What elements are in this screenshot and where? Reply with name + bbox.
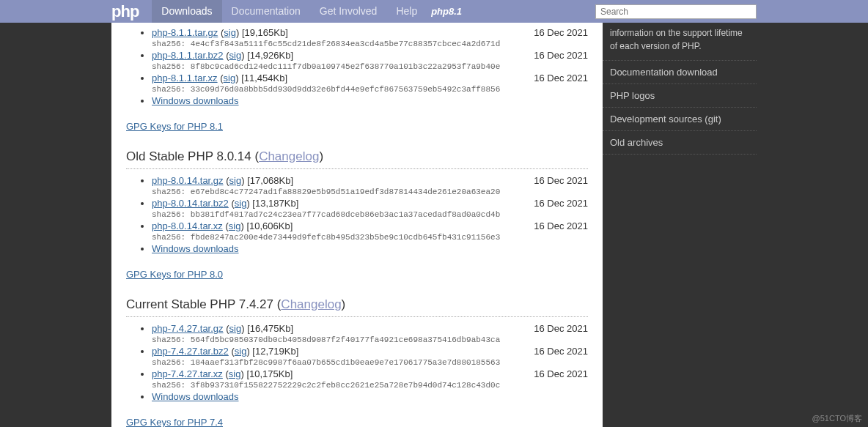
list-item: php-7.4.27.tar.bz2 (sig) [12,719Kb] 16 D…: [152, 346, 588, 367]
download-link[interactable]: php-7.4.27.tar.xz: [152, 368, 223, 379]
file-date: 16 Dec 2021: [534, 50, 588, 61]
list-item: php-8.0.14.tar.bz2 (sig) [13,187Kb] 16 D…: [152, 198, 588, 219]
download-link[interactable]: php-8.1.1.tar.bz2: [152, 50, 224, 61]
file-list-74: php-7.4.27.tar.gz (sig) [16,475Kb] 16 De…: [152, 323, 588, 402]
list-item: php-7.4.27.tar.xz (sig) [10,175Kb] 16 De…: [152, 368, 588, 390]
nav-downloads[interactable]: Downloads: [152, 0, 221, 23]
sig-link[interactable]: sig: [235, 198, 247, 209]
list-item: php-8.0.14.tar.xz (sig) [10,606Kb] 16 De…: [152, 220, 588, 242]
file-date: 16 Dec 2021: [534, 323, 588, 334]
sidebar-intro: information on the support lifetime of e…: [603, 26, 757, 60]
sidebar-php-logos[interactable]: PHP logos: [603, 84, 757, 108]
list-item: php-8.0.14.tar.gz (sig) [17,068Kb] 16 De…: [152, 175, 588, 196]
list-item: Windows downloads: [152, 95, 588, 106]
sha-hash: sha256: e67ebd8c4c77247ad1fa88829e5b95d5…: [152, 187, 588, 196]
windows-downloads-link[interactable]: Windows downloads: [152, 243, 239, 254]
file-size: [13,187Kb]: [252, 198, 298, 209]
sha-hash: sha256: 184aaef313fbf28c9987f6aa07b655cd…: [152, 358, 588, 367]
gpg-keys-link[interactable]: GPG Keys for PHP 7.4: [126, 417, 223, 427]
section-heading-80: Old Stable PHP 8.0.14 (Changelog): [126, 149, 588, 169]
file-date: 16 Dec 2021: [534, 368, 588, 379]
sidebar-old-archives[interactable]: Old archives: [603, 131, 757, 155]
download-link[interactable]: php-7.4.27.tar.bz2: [152, 346, 229, 357]
list-item: Windows downloads: [152, 391, 588, 402]
file-size: [19,165Kb]: [242, 27, 288, 38]
logo[interactable]: php: [111, 2, 139, 21]
main-nav: Downloads Documentation Get Involved Hel…: [152, 0, 427, 23]
nav-get-involved[interactable]: Get Involved: [310, 0, 387, 23]
php8-badge[interactable]: php8.1: [431, 6, 462, 17]
file-size: [17,068Kb]: [247, 175, 293, 186]
download-link[interactable]: php-8.0.14.tar.bz2: [152, 198, 229, 209]
sha-hash: sha256: 564fd5bc9850370db0cb4058d9087f2f…: [152, 335, 588, 344]
gpg-keys-link[interactable]: GPG Keys for PHP 8.1: [126, 121, 223, 132]
file-size: [12,719Kb]: [252, 346, 298, 357]
file-size: [14,926Kb]: [247, 50, 293, 61]
watermark: @51CTO博客: [812, 413, 862, 424]
list-item: php-8.1.1.tar.xz (sig) [11,454Kb] 16 Dec…: [152, 73, 588, 94]
sig-link[interactable]: sig: [235, 346, 247, 357]
sha-hash: sha256: bb381fdf4817ad7c24c23ea7f77cad68…: [152, 210, 588, 219]
list-item: php-8.1.1.tar.bz2 (sig) [14,926Kb] 16 De…: [152, 50, 588, 71]
file-list-80: php-8.0.14.tar.gz (sig) [17,068Kb] 16 De…: [152, 175, 588, 254]
sig-link[interactable]: sig: [229, 50, 242, 61]
file-date: 16 Dec 2021: [534, 220, 588, 231]
section-heading-74: Current Stable PHP 7.4.27 (Changelog): [126, 297, 588, 317]
nav-help[interactable]: Help: [386, 0, 427, 23]
file-date: 16 Dec 2021: [534, 73, 588, 83]
file-date: 16 Dec 2021: [534, 346, 588, 357]
list-item: php-8.1.1.tar.gz (sig) [19,165Kb] 16 Dec…: [152, 27, 588, 48]
sig-link[interactable]: sig: [224, 27, 236, 38]
file-date: 16 Dec 2021: [534, 175, 588, 186]
download-link[interactable]: php-8.1.1.tar.gz: [152, 27, 218, 38]
list-item: Windows downloads: [152, 243, 588, 254]
sidebar-dev-sources[interactable]: Development sources (git): [603, 108, 757, 131]
file-size: [16,475Kb]: [247, 323, 293, 334]
file-size: [10,175Kb]: [246, 368, 293, 379]
search-input[interactable]: [595, 4, 757, 19]
download-link[interactable]: php-7.4.27.tar.gz: [152, 323, 224, 334]
sha-hash: sha256: fbde8247ac200e4de73449d9fefc8b49…: [152, 233, 588, 242]
changelog-link[interactable]: Changelog: [259, 149, 319, 163]
sha-hash: sha256: 8f8bc9cad6cd124edc111f7db0a10974…: [152, 62, 588, 71]
file-list-81: php-8.1.1.tar.gz (sig) [19,165Kb] 16 Dec…: [152, 27, 588, 106]
windows-downloads-link[interactable]: Windows downloads: [152, 391, 239, 402]
download-link[interactable]: php-8.0.14.tar.xz: [152, 220, 223, 231]
sidebar-doc-download[interactable]: Documentation download: [603, 60, 757, 84]
list-item: php-7.4.27.tar.gz (sig) [16,475Kb] 16 De…: [152, 323, 588, 344]
sha-hash: sha256: 33c09d76d0a8bbb5dd930d9dd32e6bfd…: [152, 85, 588, 94]
gpg-keys-link[interactable]: GPG Keys for PHP 8.0: [126, 269, 223, 280]
main-content: php-8.1.1.tar.gz (sig) [19,165Kb] 16 Dec…: [111, 23, 603, 427]
download-link[interactable]: php-8.0.14.tar.gz: [152, 175, 224, 186]
sidebar: information on the support lifetime of e…: [603, 23, 757, 427]
file-size: [10,606Kb]: [246, 220, 293, 231]
header: php Downloads Documentation Get Involved…: [0, 0, 868, 23]
sha-hash: sha256: 3f8b937310f155822752229c2c2feb8c…: [152, 381, 588, 390]
file-date: 16 Dec 2021: [534, 27, 588, 38]
sig-link[interactable]: sig: [229, 323, 242, 334]
sig-link[interactable]: sig: [229, 220, 241, 231]
sig-link[interactable]: sig: [229, 175, 242, 186]
file-size: [11,454Kb]: [241, 73, 287, 83]
nav-documentation[interactable]: Documentation: [222, 0, 310, 23]
file-date: 16 Dec 2021: [534, 198, 588, 209]
windows-downloads-link[interactable]: Windows downloads: [152, 95, 239, 106]
download-link[interactable]: php-8.1.1.tar.xz: [152, 73, 218, 83]
sig-link[interactable]: sig: [229, 368, 241, 379]
sig-link[interactable]: sig: [224, 73, 236, 83]
sha-hash: sha256: 4e4cf3f843a5111f6c55cd21de8f2683…: [152, 40, 588, 48]
changelog-link[interactable]: Changelog: [281, 297, 341, 311]
search-container: [595, 4, 757, 19]
